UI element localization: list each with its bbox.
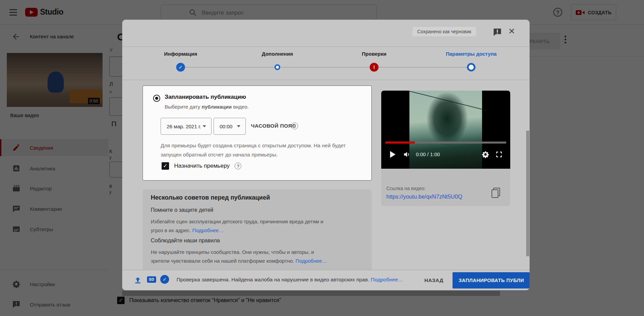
step-addons-label[interactable]: Дополнения (237, 51, 318, 57)
timezone-help-icon[interactable]: ? (291, 123, 298, 129)
step-done-icon[interactable]: ✓ (176, 63, 185, 72)
chevron-down-icon (237, 125, 240, 127)
schedule-publish-button[interactable]: ЗАПЛАНИРОВАТЬ ПУБЛИ (453, 272, 530, 289)
schedule-subtitle-prefix: Выберите дату (165, 104, 202, 110)
video-meta: Ссылка на видео: https://youtu.be/qxN7zN… (381, 169, 510, 206)
dialog-divider (122, 47, 530, 47)
schedule-subtitle: Выберите дату публикации видео. (165, 104, 249, 110)
checks-done-icon: ✓ (160, 275, 169, 284)
volume-icon[interactable] (403, 150, 411, 159)
tips-title: Несколько советов перед публикацией (151, 194, 270, 201)
premiere-checkbox-label: Назначить премьеру (174, 163, 229, 169)
copyright-message-text: Проверка завершена. Найдена жалоба на на… (177, 277, 369, 282)
back-button[interactable]: НАЗАД (420, 274, 447, 286)
premiere-help-icon[interactable]: ? (235, 163, 241, 169)
step-checks-label[interactable]: Проверки (333, 51, 415, 57)
play-icon[interactable] (390, 151, 395, 158)
tip-heading: Помните о защите детей (151, 207, 214, 213)
tip-body-text: Не нарушайте принципы сообщества. Они ну… (151, 249, 314, 264)
dialog-footer: SD ✓ Проверка завершена. Найдена жалоба … (122, 270, 530, 290)
schedule-subtitle-suffix: видео. (232, 104, 249, 110)
player-progress-bar[interactable] (385, 142, 506, 144)
tip-heading: Соблюдайте наши правила (151, 238, 220, 244)
step-active-icon[interactable] (467, 63, 476, 72)
copyright-more-link[interactable]: Подробнее… (371, 277, 403, 282)
time-dropdown[interactable]: 00:00 (214, 118, 246, 135)
close-icon[interactable]: × (509, 24, 515, 38)
upload-icon (133, 276, 142, 285)
tip-more-link[interactable]: Подробнее… (192, 227, 224, 233)
sd-quality-badge: SD (147, 276, 156, 283)
schedule-radio-label[interactable]: Запланировать публикацию (165, 94, 246, 100)
timezone-label[interactable]: ЧАСОВОЙ ПОЯС (251, 123, 296, 129)
date-value: 26 мар. 2021 г. (167, 124, 201, 129)
time-value: 00:00 (220, 124, 233, 129)
tip-more-link[interactable]: Подробнее… (296, 258, 327, 264)
dialog-divider (122, 80, 530, 80)
dialog-scrollbar[interactable] (526, 131, 529, 256)
video-link-label: Ссылка на видео: (386, 186, 426, 191)
step-visibility-label[interactable]: Параметры доступа (430, 51, 512, 57)
premiere-checkbox[interactable]: ✓ (162, 162, 169, 170)
video-preview-card: 0:00 / 1:00 Ссылка на видео: https://you… (381, 91, 510, 206)
tip-body-text: Избегайте сцен эксплуатации детского тру… (151, 219, 323, 233)
video-link[interactable]: https://youtu.be/qxN7zNt5U0Q (386, 193, 462, 200)
player-settings-icon[interactable] (482, 151, 489, 158)
tip-body: Избегайте сцен эксплуатации детского тру… (151, 217, 327, 235)
step-info-label[interactable]: Информация (140, 51, 221, 57)
draft-status-badge: Сохранено как черновик (412, 27, 476, 36)
youtube-studio-screen: Studio ? СОЗДАТЬ Контент на канале 0:50 … (0, 0, 644, 316)
chevron-down-icon (203, 125, 206, 127)
schedule-card: Запланировать публикацию Выберите дату п… (143, 86, 372, 181)
date-dropdown[interactable]: 26 мар. 2021 г. (161, 118, 211, 135)
video-player[interactable]: 0:00 / 1:00 (381, 91, 510, 169)
step-error-icon[interactable]: ! (370, 63, 379, 72)
schedule-radio[interactable] (153, 95, 160, 102)
feedback-icon[interactable] (493, 28, 502, 37)
player-time: 0:00 / 1:00 (416, 151, 440, 157)
tip-body: Не нарушайте принципы сообщества. Они ну… (151, 248, 327, 265)
stepper-line (181, 67, 471, 68)
premiere-note: Для премьеры будет создана страница с от… (161, 141, 356, 159)
tips-card: Несколько советов перед публикацией Помн… (143, 189, 372, 270)
step-todo-icon[interactable] (275, 64, 280, 70)
publish-dialog: Сохранено как черновик × Информация Допо… (122, 20, 530, 290)
copyright-message: Проверка завершена. Найдена жалоба на на… (177, 277, 403, 283)
copy-icon[interactable] (493, 188, 500, 196)
fullscreen-icon[interactable] (495, 151, 503, 158)
schedule-subtitle-bold: публикации (202, 104, 232, 110)
